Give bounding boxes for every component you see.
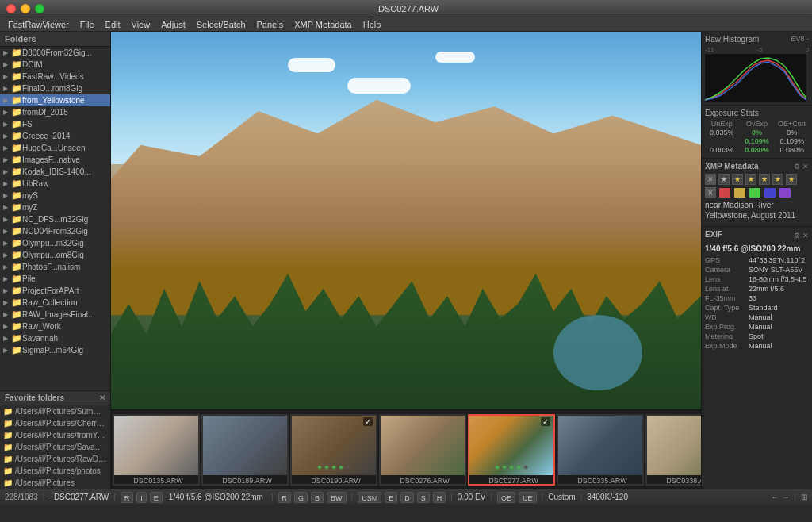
favorite-item-6[interactable]: 📁/Users/il/Pictures [0, 477, 110, 489]
folder-item-10[interactable]: ▶📁Kodak_IBIS-1400... [0, 166, 110, 178]
folder-item-7[interactable]: ▶📁Greece_2014 [0, 130, 110, 142]
menu-select-batch[interactable]: Select/Batch [192, 17, 251, 32]
right-panel: Raw Histogram EV8 - -11 -5 0 [701, 32, 812, 489]
menu-edit[interactable]: Edit [101, 17, 125, 32]
status-h[interactable]: H [433, 492, 446, 503]
folder-item-18[interactable]: ▶📁PhotosF...nalism [0, 261, 110, 273]
favorite-item-1[interactable]: 📁/Users/il/Pictures/CherryBlosso [0, 417, 110, 429]
folder-item-13[interactable]: ▶📁myZ [0, 202, 110, 213]
status-e2[interactable]: E [385, 492, 397, 503]
xmp-star-5[interactable]: ★ [772, 174, 783, 185]
status-ev: 0.00 EV [458, 493, 486, 501]
thumb-bg-6 [647, 416, 701, 475]
histogram-section: Raw Histogram EV8 - -11 -5 0 [702, 32, 812, 106]
folder-item-22[interactable]: ▶📁RAW_ImagesFinal... [0, 309, 110, 320]
xmp-section: XMP Metadata ⚙ ✕ ✕ ★ ★ ★ ★ ★ ★ ✕ [702, 159, 812, 227]
folder-item-14[interactable]: ▶📁NC_DFS...m32Gig [0, 213, 110, 225]
folder-item-9[interactable]: ▶📁ImagesF...native [0, 154, 110, 166]
folder-item-1[interactable]: ▶📁DCIM [0, 59, 110, 71]
menu-app[interactable]: FastRawViewer [3, 17, 74, 32]
folder-item-24[interactable]: ▶📁Savannah [0, 332, 110, 344]
cloud-2 [347, 78, 411, 94]
xmp-color-red[interactable] [718, 187, 731, 198]
folder-item-3[interactable]: ▶📁FinalO...rom8Gig [0, 83, 110, 94]
thumb-item-5[interactable]: _DSC0335.ARW [557, 414, 644, 486]
folder-item-12[interactable]: ▶📁myS [0, 190, 110, 202]
histogram-label: Raw Histogram [705, 35, 759, 44]
menu-view[interactable]: View [127, 17, 155, 32]
xmp-color-yellow[interactable] [733, 187, 746, 198]
status-b-color[interactable]: B [311, 492, 324, 503]
folder-item-11[interactable]: ▶📁LibRaw [0, 178, 110, 190]
status-i-button[interactable]: I [136, 492, 147, 503]
xmp-color-purple[interactable] [779, 187, 791, 198]
xmp-color-blue[interactable] [764, 187, 776, 198]
folder-item-2[interactable]: ▶📁FastRaw...Videos [0, 71, 110, 83]
favorite-item-3[interactable]: 📁/Users/il/Pictures/Savannah [0, 441, 110, 453]
thumb-item-6[interactable]: _DSC0338.ARW [645, 414, 701, 486]
menu-help[interactable]: Help [358, 17, 386, 32]
thumb-item-3[interactable]: _DSC0276.ARW [379, 414, 466, 486]
folder-item-8[interactable]: ▶📁HugeCa...Unseen [0, 142, 110, 154]
status-s[interactable]: S [417, 492, 430, 503]
xmp-color-green[interactable] [749, 187, 761, 198]
folder-item-25[interactable]: ▶📁SigmaP...m64Gig [0, 344, 110, 356]
maximize-button[interactable] [35, 4, 44, 13]
favorite-item-0[interactable]: 📁/Users/il/Pictures/Summer_in_C [0, 405, 110, 417]
folder-item-23[interactable]: ▶📁Raw_Work [0, 320, 110, 332]
thumb-stars-2: ★★★★★ [316, 463, 351, 471]
folder-item-15[interactable]: ▶📁NCD04From32Gig [0, 225, 110, 237]
thumb-item-1[interactable]: _DSC0189.ARW [201, 414, 289, 486]
folder-item-0[interactable]: ▶📁D3000From32Gig... [0, 47, 110, 59]
menu-adjust[interactable]: Adjust [156, 17, 190, 32]
exif-section: EXIF ⚙ ✕ 1/40 f/5.6 @ISO200 22mm GPS44°5… [702, 227, 812, 489]
menu-panels[interactable]: Panels [252, 17, 289, 32]
exif-row-9: Exp.ModeManual [705, 342, 809, 350]
left-panel: Folders ▶📁D3000From32Gig...▶📁DCIM▶📁FastR… [0, 32, 111, 489]
minimize-button[interactable] [21, 4, 30, 13]
xmp-star-1[interactable]: ★ [718, 174, 730, 185]
status-w-color[interactable]: BW [327, 492, 347, 503]
menu-file[interactable]: File [75, 17, 99, 32]
exposure-section: Exposure Stats UnExp OvExp OE+Corr 0.035… [702, 106, 812, 159]
favorites-list: 📁/Users/il/Pictures/Summer_in_C📁/Users/i… [0, 405, 110, 489]
menu-xmp-metadata[interactable]: XMP Metadata [289, 17, 357, 32]
folder-item-17[interactable]: ▶📁Olympu...om8Gig [0, 249, 110, 261]
folder-item-5[interactable]: ▶📁fromDf_2015 [0, 106, 110, 118]
exif-row-4: FL-35mm33 [705, 294, 809, 302]
folder-item-21[interactable]: ▶📁Raw_Collection [0, 297, 110, 309]
xmp-reject-button[interactable]: ✕ [705, 174, 716, 185]
status-e-button[interactable]: E [150, 492, 163, 503]
xmp-star-3[interactable]: ★ [745, 174, 756, 185]
status-g-color[interactable]: G [294, 492, 308, 503]
xmp-no-color[interactable]: ✕ [705, 187, 716, 198]
folder-item-6[interactable]: ▶📁FS [0, 118, 110, 130]
exif-row-2: Lens16-80mm f/3.5-4.5 [705, 275, 809, 283]
favorite-item-2[interactable]: 📁/Users/il/Pictures/fromYellowst [0, 429, 110, 441]
thumb-item-2[interactable]: ★★★★★_DSC0190.ARW [290, 414, 377, 486]
status-oe[interactable]: OE [497, 492, 515, 503]
status-d[interactable]: D [400, 492, 414, 503]
thumb-bg-0 [114, 416, 198, 475]
favorite-item-4[interactable]: 📁/Users/il/Pictures/RawDigger_r [0, 453, 110, 465]
folder-item-16[interactable]: ▶📁Olympu...m32Gig [0, 237, 110, 249]
status-arrows[interactable]: ← → [772, 493, 790, 501]
status-r-button[interactable]: R [121, 492, 134, 503]
status-r-color[interactable]: R [278, 492, 292, 503]
center-area: _DSC0135.ARW_DSC0189.ARW★★★★★_DSC0190.AR… [111, 32, 701, 489]
status-grid-icon[interactable]: ⊞ [801, 493, 807, 501]
folder-item-19[interactable]: ▶📁Pile [0, 273, 110, 285]
xmp-star-2[interactable]: ★ [732, 174, 743, 185]
favorites-section: Favorite folders ✕ 📁/Users/il/Pictures/S… [0, 390, 110, 489]
thumb-item-4[interactable]: ★★★★★_DSC0277.ARW [468, 414, 555, 486]
close-button[interactable] [6, 4, 16, 13]
status-ue[interactable]: UE [519, 492, 537, 503]
status-usm[interactable]: USM [358, 492, 381, 503]
thumb-item-0[interactable]: _DSC0135.ARW [113, 414, 200, 486]
favorite-item-5[interactable]: 📁/Users/il/Pictures/photos [0, 465, 110, 477]
xmp-star-6[interactable]: ★ [786, 174, 797, 185]
folder-item-20[interactable]: ▶📁ProjectForAPArt [0, 285, 110, 297]
xmp-star-4[interactable]: ★ [759, 174, 770, 185]
thumb-label-1: _DSC0189.ARW [203, 475, 287, 486]
folder-item-4[interactable]: ▶📁from_Yellowstone [0, 94, 110, 106]
